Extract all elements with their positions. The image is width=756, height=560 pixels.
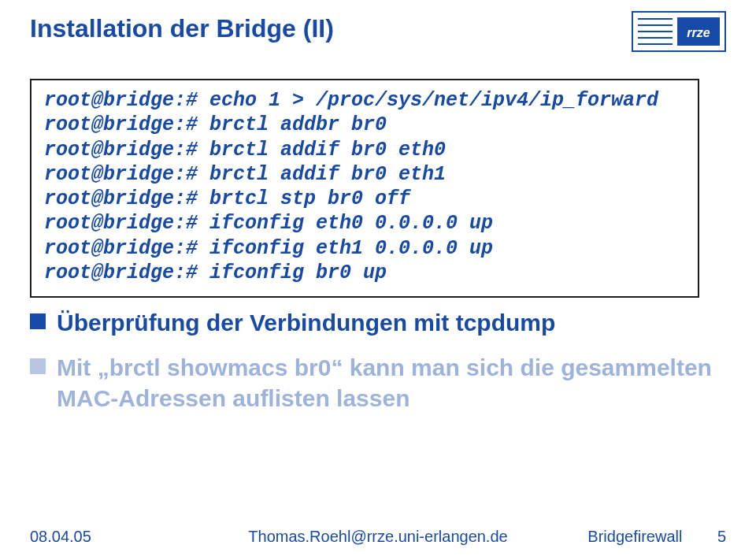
rrze-logo: rrze bbox=[632, 11, 726, 52]
slide-title: Installation der Bridge (II) bbox=[30, 14, 334, 43]
square-bullet-icon bbox=[30, 358, 46, 374]
code-line: root@bridge:# brctl addif br0 eth0 bbox=[44, 138, 685, 162]
footer-page-number: 5 bbox=[717, 528, 726, 545]
square-bullet-icon bbox=[30, 313, 46, 329]
code-line: root@bridge:# echo 1 > /proc/sys/net/ipv… bbox=[44, 88, 685, 113]
footer-email: Thomas.Roehl@rrze.uni-erlangen.de bbox=[248, 528, 507, 546]
bullet-text: Überprüfung der Verbindungen mit tcpdump bbox=[57, 307, 555, 338]
bullet-text: Mit „brctl showmacs br0“ kann man sich d… bbox=[57, 352, 715, 414]
svg-text:rrze: rrze bbox=[687, 26, 710, 39]
bullet-item: Überprüfung der Verbindungen mit tcpdump bbox=[30, 307, 715, 338]
code-box: root@bridge:# echo 1 > /proc/sys/net/ipv… bbox=[30, 79, 699, 298]
slide-footer: 08.04.05 Thomas.Roehl@rrze.uni-erlangen.… bbox=[30, 528, 726, 546]
footer-date: 08.04.05 bbox=[30, 528, 91, 546]
code-line: root@bridge:# ifconfig br0 up bbox=[44, 261, 685, 285]
code-line: root@bridge:# ifconfig eth1 0.0.0.0 up bbox=[44, 236, 685, 261]
footer-project: Bridgefirewall bbox=[587, 528, 682, 545]
code-line: root@bridge:# brctl addif br0 eth1 bbox=[44, 162, 685, 187]
code-line: root@bridge:# brtcl stp br0 off bbox=[44, 187, 685, 211]
code-line: root@bridge:# brctl addbr br0 bbox=[44, 113, 685, 137]
code-line: root@bridge:# ifconfig eth0 0.0.0.0 up bbox=[44, 211, 685, 235]
bullet-item: Mit „brctl showmacs br0“ kann man sich d… bbox=[30, 352, 715, 414]
bullet-list: Überprüfung der Verbindungen mit tcpdump… bbox=[30, 307, 715, 428]
